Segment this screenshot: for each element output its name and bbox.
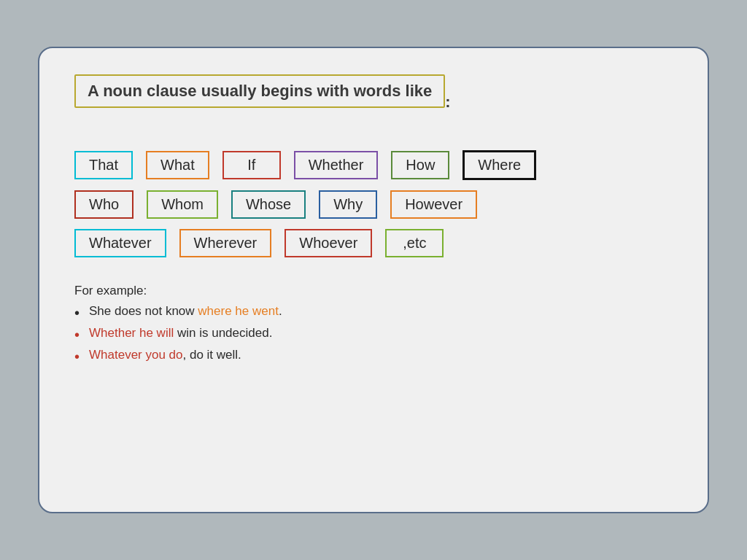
slide: A noun clause usually begins with words … <box>38 47 709 513</box>
title-colon: : <box>445 93 450 112</box>
word-box-whether: Whether <box>294 151 379 179</box>
word-box-wherever: Wherever <box>179 229 272 257</box>
word-box-whose: Whose <box>231 190 306 219</box>
word-box-whatever: Whatever <box>74 229 166 257</box>
word-box-how: How <box>391 151 449 179</box>
examples-section: For example: •She does not know where he… <box>74 284 673 365</box>
words-row-2: WhateverWhereverWhoever,etc <box>74 229 673 257</box>
example-text-2: Whatever you do, do it well. <box>89 348 241 362</box>
words-grid: ThatWhatIfWhetherHowWhereWhoWhomWhoseWhy… <box>74 150 673 257</box>
word-box-whoever: Whoever <box>285 229 372 257</box>
word-box-that: That <box>74 151 133 179</box>
word-box-whom: Whom <box>147 190 218 219</box>
word-box-who: Who <box>74 190 133 219</box>
bullet-1: • <box>74 326 85 343</box>
example-text-0: She does not know where he went. <box>89 304 282 319</box>
example-text-1: Whether he will win is undecided. <box>89 326 272 341</box>
word-box-however: However <box>390 190 477 219</box>
for-example-label: For example: <box>74 284 673 298</box>
word-box-if: If <box>222 151 281 179</box>
words-row-0: ThatWhatIfWhetherHowWhere <box>74 150 673 180</box>
example-item-2: •Whatever you do, do it well. <box>74 348 673 365</box>
bullet-2: • <box>74 348 85 365</box>
slide-title: A noun clause usually begins with words … <box>88 82 432 100</box>
bullet-0: • <box>74 304 85 322</box>
word-box-where: Where <box>462 150 536 180</box>
example-list: •She does not know where he went.•Whethe… <box>74 304 673 365</box>
example-item-1: •Whether he will win is undecided. <box>74 326 673 343</box>
words-row-1: WhoWhomWhoseWhyHowever <box>74 190 673 219</box>
word-box-what: What <box>146 151 209 179</box>
word-box-,etc: ,etc <box>385 229 444 257</box>
title-box: A noun clause usually begins with words … <box>74 74 445 108</box>
example-item-0: •She does not know where he went. <box>74 304 673 322</box>
word-box-why: Why <box>319 190 377 219</box>
